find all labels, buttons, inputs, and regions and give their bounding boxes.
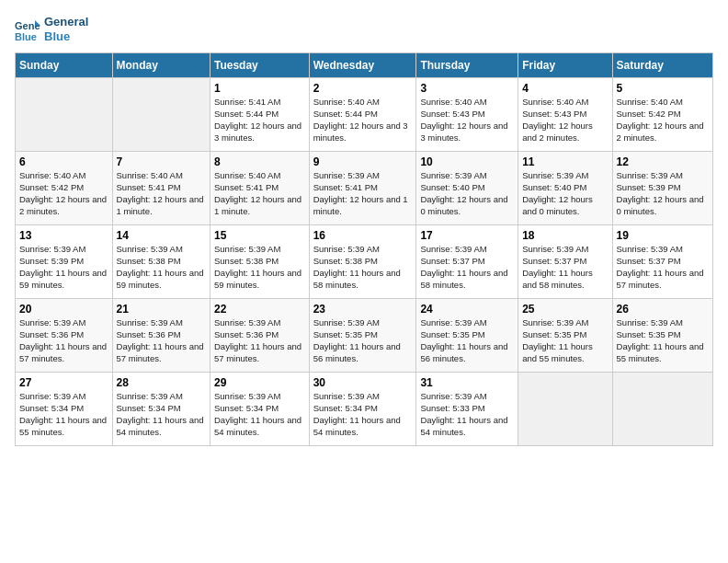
calendar-cell: 24Sunrise: 5:39 AM Sunset: 5:35 PM Dayli… (416, 299, 518, 373)
day-info: Sunrise: 5:39 AM Sunset: 5:39 PM Dayligh… (617, 170, 709, 217)
day-info: Sunrise: 5:41 AM Sunset: 5:44 PM Dayligh… (214, 97, 305, 144)
day-number: 4 (522, 82, 608, 95)
calendar-cell (518, 373, 612, 446)
calendar-cell: 18Sunrise: 5:39 AM Sunset: 5:37 PM Dayli… (518, 225, 612, 299)
logo-blue: Blue (44, 29, 88, 44)
day-info: Sunrise: 5:39 AM Sunset: 5:35 PM Dayligh… (522, 317, 608, 364)
day-number: 19 (617, 229, 709, 242)
calendar-cell: 28Sunrise: 5:39 AM Sunset: 5:34 PM Dayli… (112, 373, 210, 446)
calendar-cell: 9Sunrise: 5:39 AM Sunset: 5:41 PM Daylig… (309, 152, 416, 225)
calendar-cell: 31Sunrise: 5:39 AM Sunset: 5:33 PM Dayli… (416, 373, 518, 446)
calendar-cell: 15Sunrise: 5:39 AM Sunset: 5:38 PM Dayli… (210, 225, 310, 299)
day-number: 22 (214, 303, 305, 316)
day-number: 29 (214, 376, 305, 389)
day-info: Sunrise: 5:39 AM Sunset: 5:34 PM Dayligh… (313, 391, 413, 438)
calendar-cell (112, 78, 210, 152)
calendar-cell: 21Sunrise: 5:39 AM Sunset: 5:36 PM Dayli… (112, 299, 210, 373)
day-number: 11 (522, 155, 608, 168)
day-number: 15 (214, 229, 305, 242)
day-number: 17 (420, 229, 514, 242)
day-number: 26 (617, 303, 709, 316)
calendar-cell: 23Sunrise: 5:39 AM Sunset: 5:35 PM Dayli… (309, 299, 416, 373)
day-number: 24 (420, 303, 514, 316)
calendar-cell: 3Sunrise: 5:40 AM Sunset: 5:43 PM Daylig… (416, 78, 518, 152)
calendar-cell: 20Sunrise: 5:39 AM Sunset: 5:36 PM Dayli… (16, 299, 113, 373)
day-number: 21 (117, 303, 206, 316)
day-info: Sunrise: 5:40 AM Sunset: 5:44 PM Dayligh… (313, 97, 413, 144)
weekday-header-wednesday: Wednesday (309, 53, 416, 78)
calendar-cell: 26Sunrise: 5:39 AM Sunset: 5:35 PM Dayli… (612, 299, 712, 373)
day-info: Sunrise: 5:39 AM Sunset: 5:39 PM Dayligh… (19, 244, 108, 291)
calendar-cell (16, 78, 113, 152)
day-number: 10 (420, 155, 514, 168)
day-info: Sunrise: 5:39 AM Sunset: 5:34 PM Dayligh… (19, 391, 108, 438)
day-number: 8 (214, 155, 305, 168)
svg-text:Blue: Blue (15, 31, 37, 42)
day-number: 20 (19, 303, 108, 316)
week-row-4: 20Sunrise: 5:39 AM Sunset: 5:36 PM Dayli… (16, 299, 713, 373)
calendar-cell (612, 373, 712, 446)
week-row-5: 27Sunrise: 5:39 AM Sunset: 5:34 PM Dayli… (16, 373, 713, 446)
day-info: Sunrise: 5:40 AM Sunset: 5:41 PM Dayligh… (117, 170, 206, 217)
weekday-header-thursday: Thursday (416, 53, 518, 78)
day-info: Sunrise: 5:40 AM Sunset: 5:42 PM Dayligh… (617, 97, 709, 144)
day-info: Sunrise: 5:39 AM Sunset: 5:37 PM Dayligh… (420, 244, 514, 291)
calendar-cell: 12Sunrise: 5:39 AM Sunset: 5:39 PM Dayli… (612, 152, 712, 225)
day-info: Sunrise: 5:39 AM Sunset: 5:36 PM Dayligh… (19, 317, 108, 364)
weekday-header-row: SundayMondayTuesdayWednesdayThursdayFrid… (16, 53, 713, 78)
day-info: Sunrise: 5:39 AM Sunset: 5:41 PM Dayligh… (313, 170, 413, 217)
day-number: 31 (420, 376, 514, 389)
day-info: Sunrise: 5:39 AM Sunset: 5:35 PM Dayligh… (420, 317, 514, 364)
logo-icon: General Blue (15, 17, 40, 42)
day-number: 27 (19, 376, 108, 389)
calendar-cell: 5Sunrise: 5:40 AM Sunset: 5:42 PM Daylig… (612, 78, 712, 152)
day-info: Sunrise: 5:39 AM Sunset: 5:36 PM Dayligh… (214, 317, 305, 364)
calendar-cell: 29Sunrise: 5:39 AM Sunset: 5:34 PM Dayli… (210, 373, 310, 446)
week-row-1: 1Sunrise: 5:41 AM Sunset: 5:44 PM Daylig… (16, 78, 713, 152)
day-info: Sunrise: 5:39 AM Sunset: 5:34 PM Dayligh… (117, 391, 206, 438)
day-number: 1 (214, 82, 305, 95)
calendar-cell: 19Sunrise: 5:39 AM Sunset: 5:37 PM Dayli… (612, 225, 712, 299)
calendar-cell: 22Sunrise: 5:39 AM Sunset: 5:36 PM Dayli… (210, 299, 310, 373)
day-info: Sunrise: 5:40 AM Sunset: 5:41 PM Dayligh… (214, 170, 305, 217)
day-info: Sunrise: 5:39 AM Sunset: 5:38 PM Dayligh… (313, 244, 413, 291)
calendar-cell: 14Sunrise: 5:39 AM Sunset: 5:38 PM Dayli… (112, 225, 210, 299)
day-info: Sunrise: 5:39 AM Sunset: 5:35 PM Dayligh… (313, 317, 413, 364)
calendar-cell: 6Sunrise: 5:40 AM Sunset: 5:42 PM Daylig… (16, 152, 113, 225)
day-number: 25 (522, 303, 608, 316)
day-info: Sunrise: 5:39 AM Sunset: 5:40 PM Dayligh… (420, 170, 514, 217)
day-number: 13 (19, 229, 108, 242)
weekday-header-saturday: Saturday (612, 53, 712, 78)
calendar-cell: 25Sunrise: 5:39 AM Sunset: 5:35 PM Dayli… (518, 299, 612, 373)
day-info: Sunrise: 5:39 AM Sunset: 5:38 PM Dayligh… (214, 244, 305, 291)
calendar-cell: 11Sunrise: 5:39 AM Sunset: 5:40 PM Dayli… (518, 152, 612, 225)
calendar-cell: 1Sunrise: 5:41 AM Sunset: 5:44 PM Daylig… (210, 78, 310, 152)
day-number: 3 (420, 82, 514, 95)
weekday-header-monday: Monday (112, 53, 210, 78)
week-row-3: 13Sunrise: 5:39 AM Sunset: 5:39 PM Dayli… (16, 225, 713, 299)
week-row-2: 6Sunrise: 5:40 AM Sunset: 5:42 PM Daylig… (16, 152, 713, 225)
weekday-header-tuesday: Tuesday (210, 53, 310, 78)
calendar-cell: 13Sunrise: 5:39 AM Sunset: 5:39 PM Dayli… (16, 225, 113, 299)
day-info: Sunrise: 5:39 AM Sunset: 5:40 PM Dayligh… (522, 170, 608, 217)
day-number: 5 (617, 82, 709, 95)
day-number: 16 (313, 229, 413, 242)
day-number: 9 (313, 155, 413, 168)
day-info: Sunrise: 5:39 AM Sunset: 5:37 PM Dayligh… (617, 244, 709, 291)
calendar-cell: 8Sunrise: 5:40 AM Sunset: 5:41 PM Daylig… (210, 152, 310, 225)
weekday-header-sunday: Sunday (16, 53, 113, 78)
weekday-header-friday: Friday (518, 53, 612, 78)
day-info: Sunrise: 5:39 AM Sunset: 5:37 PM Dayligh… (522, 244, 608, 291)
calendar-cell: 27Sunrise: 5:39 AM Sunset: 5:34 PM Dayli… (16, 373, 113, 446)
day-number: 14 (117, 229, 206, 242)
calendar-cell: 16Sunrise: 5:39 AM Sunset: 5:38 PM Dayli… (309, 225, 416, 299)
day-info: Sunrise: 5:40 AM Sunset: 5:43 PM Dayligh… (522, 97, 608, 144)
calendar-table: SundayMondayTuesdayWednesdayThursdayFrid… (15, 52, 713, 446)
calendar-cell: 30Sunrise: 5:39 AM Sunset: 5:34 PM Dayli… (309, 373, 416, 446)
logo-general: General (44, 15, 88, 29)
day-info: Sunrise: 5:40 AM Sunset: 5:43 PM Dayligh… (420, 97, 514, 144)
calendar-cell: 7Sunrise: 5:40 AM Sunset: 5:41 PM Daylig… (112, 152, 210, 225)
day-number: 23 (313, 303, 413, 316)
day-info: Sunrise: 5:40 AM Sunset: 5:42 PM Dayligh… (19, 170, 108, 217)
calendar-cell: 10Sunrise: 5:39 AM Sunset: 5:40 PM Dayli… (416, 152, 518, 225)
